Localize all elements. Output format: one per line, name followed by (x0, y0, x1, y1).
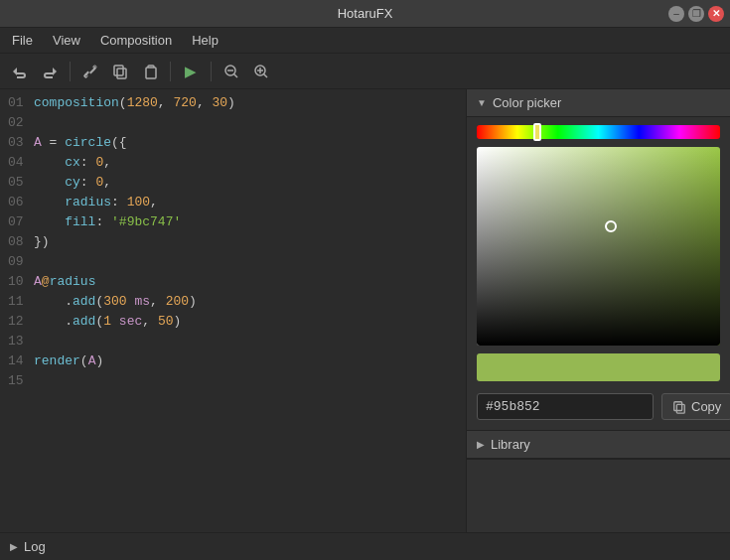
hex-input[interactable] (477, 393, 654, 420)
menu-bar: File View Composition Help (0, 28, 730, 54)
svg-line-9 (264, 73, 268, 77)
code-line-11: 11 .add(300 ms, 200) (8, 292, 458, 312)
minimize-button[interactable]: – (668, 6, 684, 22)
zoom-in-button[interactable] (247, 58, 275, 85)
code-line-3: 03 A = circle({ (8, 133, 458, 153)
toolbar: ▶ (0, 54, 730, 89)
code-line-5: 05 cy: 0, (8, 173, 458, 193)
code-line-2: 02 (8, 113, 458, 133)
color-preview-row (467, 350, 730, 389)
color-preview-swatch (477, 353, 720, 381)
library-label: Library (491, 437, 530, 452)
right-panel: ▼ Color picker (467, 89, 730, 532)
code-line-14: 14 render(A) (8, 351, 458, 371)
svg-rect-12 (676, 404, 684, 413)
undo-button[interactable] (6, 58, 34, 85)
code-line-12: 12 .add(1 sec, 50) (8, 312, 458, 332)
copy-icon (672, 400, 686, 414)
copy-toolbar-button[interactable] (106, 58, 134, 85)
code-line-10: 10 A@radius (8, 272, 458, 292)
toolbar-sep-2 (170, 62, 171, 81)
copy-label: Copy (691, 399, 721, 414)
menu-help[interactable]: Help (184, 30, 226, 51)
library-arrow: ▶ (477, 439, 485, 450)
svg-rect-4 (146, 68, 156, 78)
menu-view[interactable]: View (45, 30, 88, 51)
svg-rect-3 (114, 66, 123, 75)
log-bar[interactable]: ▶ Log (0, 532, 730, 560)
hue-slider[interactable] (477, 125, 720, 139)
cut-button[interactable] (76, 58, 104, 85)
redo-button[interactable] (36, 58, 64, 85)
color-picker-section: ▼ Color picker (467, 89, 730, 431)
app-title: HotaruFX (338, 6, 393, 21)
gradient-box[interactable] (477, 147, 720, 346)
code-editor[interactable]: 01 composition(1280, 720, 30) 02 03 A = … (0, 89, 467, 532)
code-line-13: 13 (8, 332, 458, 351)
gradient-background (477, 147, 720, 346)
copy-color-button[interactable]: Copy (661, 393, 730, 420)
svg-rect-2 (117, 69, 126, 78)
svg-rect-13 (674, 401, 682, 410)
hex-copy-row: Copy (467, 389, 730, 430)
main-area: 01 composition(1280, 720, 30) 02 03 A = … (0, 89, 730, 532)
maximize-button[interactable]: ❐ (688, 6, 704, 22)
zoom-out-button[interactable] (218, 58, 245, 85)
code-line-4: 04 cx: 0, (8, 153, 458, 173)
code-line-15: 15 (8, 371, 458, 391)
play-button[interactable]: ▶ (177, 58, 205, 85)
code-line-8: 08 }) (8, 232, 458, 252)
color-picker-arrow: ▼ (477, 97, 487, 108)
svg-line-6 (234, 73, 238, 77)
close-button[interactable]: ✕ (708, 6, 724, 22)
code-line-6: 06 radius: 100, (8, 193, 458, 212)
color-picker-label: Color picker (493, 95, 561, 110)
color-picker-header[interactable]: ▼ Color picker (467, 89, 730, 117)
hue-slider-container (467, 117, 730, 143)
paste-button[interactable] (136, 58, 164, 85)
toolbar-sep-1 (70, 62, 71, 81)
title-bar: HotaruFX – ❐ ✕ (0, 0, 730, 28)
library-section: ▶ Library (467, 431, 730, 460)
code-line-7: 07 fill: '#9bc747' (8, 212, 458, 232)
code-line-9: 09 (8, 252, 458, 272)
toolbar-sep-3 (211, 62, 212, 81)
library-header[interactable]: ▶ Library (467, 431, 730, 459)
menu-composition[interactable]: Composition (92, 30, 180, 51)
menu-file[interactable]: File (4, 30, 41, 51)
window-controls: – ❐ ✕ (668, 6, 724, 22)
log-label: Log (24, 539, 46, 554)
hue-thumb[interactable] (533, 123, 541, 141)
gradient-container (467, 143, 730, 350)
log-arrow: ▶ (10, 541, 18, 552)
code-line-1: 01 composition(1280, 720, 30) (8, 93, 458, 113)
